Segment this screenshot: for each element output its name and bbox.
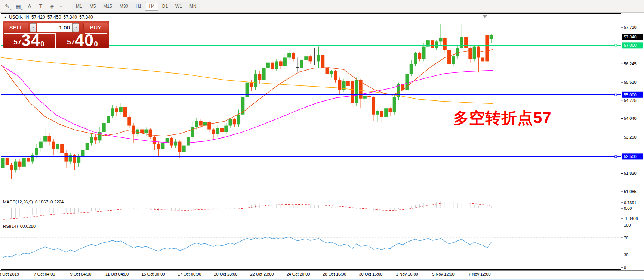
price-scale[interactable]: 57.73056.24555.51054.77554.04053.29052.5… xyxy=(621,25,637,194)
buy-price-whole: 57 xyxy=(67,37,75,48)
rsi-scale: 10070300 xyxy=(1,223,631,270)
sell-price-point: 0 xyxy=(40,34,44,55)
status-bar-edge xyxy=(0,279,644,280)
macd-name: MACD(12,26,9) xyxy=(3,200,33,204)
svg-text:3 Oct 2019: 3 Oct 2019 xyxy=(0,272,19,276)
svg-text:51.820: 51.820 xyxy=(624,171,637,175)
volume-input[interactable]: 1.00 xyxy=(37,23,73,32)
svg-text:0: 0 xyxy=(624,265,626,270)
collapse-arrow-icon[interactable]: ▲ xyxy=(4,16,7,19)
svg-text:5 Nov 12:00: 5 Nov 12:00 xyxy=(432,272,454,276)
one-click-trading-panel: SELL ▼ 1.00 ▲ BUY 57 34 0 57 40 0 xyxy=(3,21,109,48)
svg-text:24 Oct 20:00: 24 Oct 20:00 xyxy=(287,272,310,276)
svg-text:57.730: 57.730 xyxy=(624,25,637,29)
macd-value: 0.1867 xyxy=(35,200,48,204)
svg-text:30: 30 xyxy=(624,253,628,257)
svg-text:15 Oct 00:00: 15 Oct 00:00 xyxy=(142,272,165,276)
svg-text:7 Nov 12:00: 7 Nov 12:00 xyxy=(468,272,490,276)
svg-text:55.000: 55.000 xyxy=(624,93,637,97)
svg-text:56.245: 56.245 xyxy=(624,62,637,66)
macd-signal-line xyxy=(3,203,491,219)
volume-up-button[interactable]: ▲ xyxy=(73,23,79,32)
macd-signal-value: 0.2224 xyxy=(50,200,64,204)
rsi-panel xyxy=(3,237,491,258)
svg-text:-1.0406: -1.0406 xyxy=(624,216,638,221)
rsi-name: RSI(14) xyxy=(3,224,18,228)
quote-high: 57.450 xyxy=(47,15,61,20)
rsi-label: RSI(14) 60.0288 xyxy=(3,224,36,228)
svg-text:51.085: 51.085 xyxy=(624,189,637,194)
symbol-timeframe: USOil-,H4 xyxy=(9,15,29,20)
chart-annotation-text[interactable]: 多空转折点57 xyxy=(453,108,552,128)
macd-label: MACD(12,26,9) 0.1867 0.2224 xyxy=(3,200,64,204)
svg-text:0.7391: 0.7391 xyxy=(624,200,637,205)
last-bar-marker-icon xyxy=(482,15,487,18)
svg-text:17 Oct 00:00: 17 Oct 00:00 xyxy=(178,272,201,276)
mt4-window: ✎ E ▦ F A T ◈ ▾ M1 M5 M15 M30 H1 H4 D1 W… xyxy=(0,0,644,280)
svg-text:55.510: 55.510 xyxy=(624,80,637,84)
svg-text:7 Oct 04:00: 7 Oct 04:00 xyxy=(34,272,55,276)
quote-low: 57.340 xyxy=(63,15,77,20)
svg-text:9 Oct 04:00: 9 Oct 04:00 xyxy=(70,272,92,276)
sell-price-pips: 34 xyxy=(21,33,40,48)
svg-text:57.000: 57.000 xyxy=(624,43,637,47)
svg-text:11 Oct 04:00: 11 Oct 04:00 xyxy=(105,272,129,276)
svg-text:100: 100 xyxy=(624,223,631,227)
candles-layer xyxy=(1,24,493,195)
quote-open: 57.420 xyxy=(31,15,45,20)
svg-text:28 Oct 16:00: 28 Oct 16:00 xyxy=(323,272,346,276)
svg-text:52.500: 52.500 xyxy=(624,154,637,159)
date-axis[interactable]: 3 Oct 20197 Oct 04:009 Oct 04:0011 Oct 0… xyxy=(0,272,491,276)
quote-close: 57.340 xyxy=(79,15,93,20)
macd-scale: 0.73910.00-1.0406 xyxy=(621,200,638,221)
svg-text:53.290: 53.290 xyxy=(624,135,637,139)
svg-text:70: 70 xyxy=(624,236,628,240)
svg-text:54.040: 54.040 xyxy=(624,116,637,121)
svg-text:20 Oct 23:00: 20 Oct 23:00 xyxy=(214,272,238,276)
quote-header: ▲ USOil-,H4 57.420 57.450 57.340 57.340 xyxy=(4,15,93,20)
buy-price-pips: 40 xyxy=(75,33,94,48)
volume-down-button[interactable]: ▼ xyxy=(30,23,36,32)
svg-text:22 Oct 20:00: 22 Oct 20:00 xyxy=(250,272,274,276)
sell-price[interactable]: 57 34 0 xyxy=(3,34,55,48)
rsi-value: 60.0288 xyxy=(20,224,36,228)
buy-price[interactable]: 57 40 0 xyxy=(56,34,109,48)
svg-text:1 Nov 16:00: 1 Nov 16:00 xyxy=(396,272,418,276)
svg-text:57.340: 57.340 xyxy=(624,35,637,39)
macd-panel xyxy=(3,201,491,219)
buy-price-point: 0 xyxy=(94,34,98,55)
sell-price-whole: 57 xyxy=(13,37,21,48)
svg-text:54.775: 54.775 xyxy=(624,98,637,103)
svg-text:0.00: 0.00 xyxy=(624,206,632,211)
rsi-line xyxy=(3,237,491,258)
svg-text:30 Oct 16:00: 30 Oct 16:00 xyxy=(359,272,383,276)
